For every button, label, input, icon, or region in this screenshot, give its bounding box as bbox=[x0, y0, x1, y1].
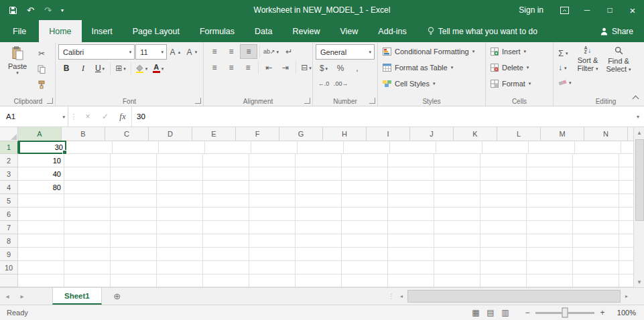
cell-H7[interactable] bbox=[342, 221, 388, 234]
cell-J3[interactable] bbox=[434, 167, 480, 181]
cell-A6[interactable] bbox=[18, 208, 64, 221]
cell-L8[interactable] bbox=[527, 234, 573, 248]
row-header-6[interactable]: 6 bbox=[0, 208, 18, 221]
vertical-scrollbar[interactable]: ▲ ▼ bbox=[633, 127, 644, 287]
column-header-N[interactable]: N bbox=[584, 127, 628, 141]
insert-function-button[interactable]: fx bbox=[114, 106, 131, 127]
cell-G7[interactable] bbox=[296, 221, 342, 234]
cell-K2[interactable] bbox=[480, 154, 527, 167]
cell-A9[interactable] bbox=[18, 248, 64, 261]
cell-L10[interactable] bbox=[527, 261, 573, 274]
wrap-text-button[interactable]: ↵ bbox=[281, 45, 297, 58]
cell-G5[interactable] bbox=[296, 194, 342, 208]
font-color-button[interactable]: A▾ bbox=[150, 62, 166, 75]
format-painter-button[interactable] bbox=[34, 78, 50, 91]
cell-F8[interactable] bbox=[249, 234, 296, 248]
cell-G1[interactable] bbox=[298, 141, 344, 154]
cell-C1[interactable] bbox=[113, 141, 159, 154]
save-button[interactable] bbox=[5, 1, 21, 19]
cell-G6[interactable] bbox=[296, 208, 342, 221]
top-align-button[interactable]: ≡ bbox=[206, 45, 222, 58]
column-header-I[interactable]: I bbox=[367, 127, 410, 141]
cell-I6[interactable] bbox=[388, 208, 434, 221]
sort-filter-button[interactable]: AZ↓ Sort & Filter▾ bbox=[574, 44, 602, 89]
ribbon-tab-data[interactable]: Data bbox=[245, 20, 282, 42]
cell-B10[interactable] bbox=[64, 261, 111, 274]
maximize-button[interactable]: □ bbox=[598, 0, 621, 20]
bold-button[interactable]: B bbox=[58, 62, 74, 75]
cell-K8[interactable] bbox=[480, 234, 527, 248]
cell-H2[interactable] bbox=[342, 154, 388, 167]
orientation-button[interactable]: ab↗▾ bbox=[262, 45, 280, 58]
decrease-decimal-button[interactable]: .00→ bbox=[332, 77, 350, 90]
cell-C9[interactable] bbox=[111, 248, 157, 261]
cell-I4[interactable] bbox=[388, 181, 434, 194]
redo-button[interactable]: ↷ bbox=[40, 1, 56, 19]
clear-button[interactable]: ▾ bbox=[556, 76, 574, 89]
cell-N2[interactable] bbox=[619, 154, 633, 167]
cell-A1[interactable]: 30 bbox=[19, 141, 66, 154]
cell-E5[interactable] bbox=[203, 194, 249, 208]
decrease-indent-button[interactable]: ⇤ bbox=[261, 61, 277, 74]
zoom-in-button[interactable]: + bbox=[597, 308, 608, 317]
cell-J1[interactable] bbox=[436, 141, 482, 154]
zoom-level[interactable]: 100% bbox=[608, 309, 644, 317]
cell-M1[interactable] bbox=[575, 141, 621, 154]
qat-customize-button[interactable]: ▾ bbox=[57, 1, 68, 19]
fill-color-button[interactable]: ▾ bbox=[133, 62, 149, 75]
cell-B4[interactable] bbox=[64, 181, 111, 194]
cell-D3[interactable] bbox=[157, 167, 203, 181]
cell-B9[interactable] bbox=[64, 248, 111, 261]
cell-H3[interactable] bbox=[342, 167, 388, 181]
cell-A2[interactable]: 10 bbox=[18, 154, 64, 167]
cell-B2[interactable] bbox=[64, 154, 111, 167]
column-header-F[interactable]: F bbox=[236, 127, 279, 141]
horizontal-scrollbar[interactable]: ◂ ▸ bbox=[396, 288, 632, 305]
row-header-5[interactable]: 5 bbox=[0, 194, 18, 208]
sign-in-button[interactable]: Sign in bbox=[509, 5, 553, 15]
cell-D6[interactable] bbox=[157, 208, 203, 221]
cell-I9[interactable] bbox=[388, 248, 434, 261]
cell-G9[interactable] bbox=[296, 248, 342, 261]
cell-H6[interactable] bbox=[342, 208, 388, 221]
cell-D10[interactable] bbox=[157, 261, 203, 274]
cell-E10[interactable] bbox=[203, 261, 249, 274]
find-select-button[interactable]: Find & Select▾ bbox=[602, 44, 635, 89]
next-sheet-button[interactable]: ▸ bbox=[15, 288, 29, 305]
align-right-button[interactable]: ≡ bbox=[240, 61, 256, 74]
cell-K10[interactable] bbox=[480, 261, 527, 274]
ribbon-tab-home[interactable]: Home bbox=[39, 20, 81, 42]
font-name-combo[interactable]: Calibri ▾ bbox=[58, 44, 135, 60]
cell-N10[interactable] bbox=[619, 261, 633, 274]
tab-splitter-handle[interactable]: ⋮ bbox=[387, 288, 396, 305]
cell-L3[interactable] bbox=[527, 167, 573, 181]
sheet-tab-sheet1[interactable]: Sheet1 bbox=[52, 288, 102, 305]
cell-I8[interactable] bbox=[388, 234, 434, 248]
cell-N7[interactable] bbox=[619, 221, 633, 234]
zoom-slider[interactable] bbox=[535, 312, 594, 314]
cell-F9[interactable] bbox=[249, 248, 296, 261]
ribbon-tab-formulas[interactable]: Formulas bbox=[190, 20, 245, 42]
cell-M2[interactable] bbox=[573, 154, 619, 167]
cell-K9[interactable] bbox=[480, 248, 527, 261]
cell-G4[interactable] bbox=[296, 181, 342, 194]
ribbon-tab-view[interactable]: View bbox=[330, 20, 368, 42]
cell-C8[interactable] bbox=[111, 234, 157, 248]
cell-D8[interactable] bbox=[157, 234, 203, 248]
close-button[interactable]: × bbox=[621, 0, 644, 20]
ribbon-tab-add-ins[interactable]: Add-ins bbox=[368, 20, 416, 42]
cell-M8[interactable] bbox=[573, 234, 619, 248]
vertical-scroll-thumb[interactable] bbox=[635, 139, 644, 221]
cell-L2[interactable] bbox=[527, 154, 573, 167]
cell-E8[interactable] bbox=[203, 234, 249, 248]
column-header-E[interactable]: E bbox=[192, 127, 236, 141]
cell-K6[interactable] bbox=[480, 208, 527, 221]
cell-H1[interactable] bbox=[344, 141, 390, 154]
cell-F3[interactable] bbox=[249, 167, 296, 181]
cell-E9[interactable] bbox=[203, 248, 249, 261]
cell-styles-button[interactable]: Cell Styles ▾ bbox=[381, 76, 482, 90]
clipboard-dialog-launcher[interactable] bbox=[47, 98, 53, 104]
cell-C10[interactable] bbox=[111, 261, 157, 274]
cell-B8[interactable] bbox=[64, 234, 111, 248]
cell-N6[interactable] bbox=[619, 208, 633, 221]
